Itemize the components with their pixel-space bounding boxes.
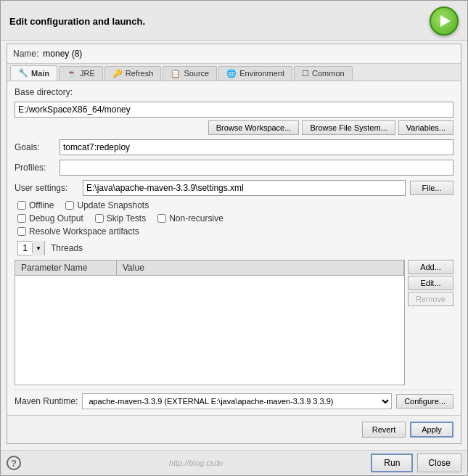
- table-body: [15, 276, 404, 385]
- base-directory-input[interactable]: [15, 102, 453, 118]
- base-directory-section: Base directory: Browse Workspace... Brow…: [15, 87, 453, 135]
- name-label: Name:: [13, 49, 38, 59]
- profiles-input[interactable]: [59, 160, 453, 176]
- top-bar: Edit configuration and launch.: [1, 1, 467, 41]
- content-area: Base directory: Browse Workspace... Brow…: [7, 81, 461, 415]
- table-header: Parameter Name Value: [15, 260, 404, 276]
- maven-runtime-label: Maven Runtime:: [15, 396, 78, 406]
- non-recursive-checkbox[interactable]: [157, 214, 166, 223]
- threads-label: Threads: [51, 243, 83, 253]
- skip-tests-checkbox-item[interactable]: Skip Tests: [95, 213, 146, 223]
- jre-tab-icon: ☕: [67, 69, 77, 78]
- revert-button[interactable]: Revert: [362, 422, 406, 438]
- file-button[interactable]: File...: [410, 181, 453, 195]
- checkbox-row-1: Offline Update Snapshots: [17, 200, 453, 210]
- col-value: Value: [117, 260, 404, 275]
- non-recursive-label: Non-recursive: [169, 213, 223, 223]
- threads-value: 1: [18, 243, 33, 253]
- common-tab-icon: ☐: [302, 69, 309, 78]
- table-side-buttons: Add... Edit... Remove: [408, 260, 453, 385]
- maven-runtime-row: Maven Runtime: apache-maven-3.3.9 (EXTER…: [15, 390, 453, 409]
- env-tab-icon: 🌐: [226, 69, 237, 78]
- non-recursive-checkbox-item[interactable]: Non-recursive: [157, 213, 223, 223]
- apply-button[interactable]: Apply: [410, 422, 453, 438]
- common-tab-label: Common: [312, 69, 345, 78]
- main-tab-icon: 🔧: [18, 68, 28, 78]
- checkbox-row-2: Debug Output Skip Tests Non-recursive: [17, 213, 453, 223]
- main-window: Edit configuration and launch. Name: mon…: [0, 0, 468, 476]
- update-snapshots-checkbox-item[interactable]: Update Snapshots: [65, 200, 149, 210]
- variables-button[interactable]: Variables...: [398, 120, 453, 135]
- edit-button[interactable]: Edit...: [408, 276, 453, 290]
- offline-checkbox[interactable]: [17, 201, 26, 210]
- main-tab-label: Main: [31, 69, 49, 78]
- col-parameter-name: Parameter Name: [15, 260, 117, 275]
- resolve-workspace-checkbox[interactable]: [17, 227, 26, 236]
- browse-buttons-row: Browse Workspace... Browse File System..…: [15, 120, 453, 135]
- debug-output-checkbox[interactable]: [17, 214, 26, 223]
- tab-source[interactable]: 📋 Source: [163, 66, 217, 81]
- run-circle-button[interactable]: [430, 7, 459, 36]
- tab-environment[interactable]: 🌐 Environment: [218, 66, 292, 81]
- source-tab-label: Source: [184, 69, 209, 78]
- resolve-workspace-checkbox-item[interactable]: Resolve Workspace artifacts: [17, 226, 139, 237]
- user-settings-label: User settings:: [15, 183, 78, 193]
- tab-main[interactable]: 🔧 Main: [10, 65, 57, 81]
- footer-bar: ? http://blog.csdn Run Close: [1, 450, 467, 475]
- source-tab-icon: 📋: [171, 69, 181, 78]
- close-button[interactable]: Close: [417, 454, 461, 472]
- page-title: Edit configuration and launch.: [9, 16, 145, 27]
- configure-button[interactable]: Configure...: [396, 394, 453, 409]
- threads-arrow[interactable]: ▼: [33, 241, 44, 255]
- bottom-buttons: Revert Apply: [7, 415, 461, 443]
- threads-spinner[interactable]: 1 ▼: [17, 241, 45, 255]
- table-area: Parameter Name Value Add... Edit... Remo…: [15, 260, 453, 385]
- browse-filesystem-button[interactable]: Browse File System...: [302, 120, 395, 135]
- tab-refresh[interactable]: 🔑 Refresh: [104, 66, 162, 81]
- remove-button[interactable]: Remove: [408, 292, 453, 306]
- env-tab-label: Environment: [239, 69, 284, 78]
- offline-checkbox-item[interactable]: Offline: [17, 200, 54, 210]
- refresh-tab-icon: 🔑: [112, 69, 123, 78]
- user-settings-row: User settings: File...: [15, 180, 453, 196]
- parameters-table: Parameter Name Value: [15, 260, 405, 385]
- resolve-workspace-label: Resolve Workspace artifacts: [29, 226, 139, 237]
- base-directory-input-row: [15, 102, 453, 118]
- goals-input[interactable]: [59, 139, 453, 155]
- refresh-tab-label: Refresh: [126, 69, 154, 78]
- run-button[interactable]: Run: [371, 454, 413, 472]
- name-row: Name: money (8): [7, 44, 461, 64]
- base-directory-label: Base directory:: [15, 87, 453, 97]
- dialog-box: Name: money (8) 🔧 Main ☕ JRE 🔑 Refresh 📋…: [7, 44, 461, 444]
- offline-label: Offline: [29, 200, 54, 210]
- goals-label: Goals:: [15, 142, 54, 152]
- checkbox-row-3: Resolve Workspace artifacts: [17, 226, 453, 237]
- profiles-label: Profiles:: [15, 163, 54, 173]
- update-snapshots-checkbox[interactable]: [65, 201, 74, 210]
- maven-runtime-select[interactable]: apache-maven-3.3.9 (EXTERNAL E:\java\apa…: [82, 393, 392, 409]
- jre-tab-label: JRE: [80, 69, 95, 78]
- skip-tests-checkbox[interactable]: [95, 214, 104, 223]
- name-value: money (8): [43, 49, 82, 59]
- tabs-bar: 🔧 Main ☕ JRE 🔑 Refresh 📋 Source 🌐 Enviro…: [7, 64, 461, 81]
- threads-row: 1 ▼ Threads: [17, 241, 453, 255]
- footer-watermark: http://blog.csdn: [169, 459, 223, 467]
- debug-output-label: Debug Output: [29, 213, 83, 223]
- footer-buttons: Run Close: [371, 454, 461, 472]
- add-button[interactable]: Add...: [408, 260, 453, 274]
- update-snapshots-label: Update Snapshots: [77, 200, 149, 210]
- browse-workspace-button[interactable]: Browse Workspace...: [208, 120, 300, 135]
- skip-tests-label: Skip Tests: [107, 213, 146, 223]
- tab-jre[interactable]: ☕ JRE: [59, 66, 103, 81]
- debug-output-checkbox-item[interactable]: Debug Output: [17, 213, 83, 223]
- profiles-row: Profiles:: [15, 160, 453, 176]
- user-settings-input[interactable]: [83, 180, 406, 196]
- help-icon[interactable]: ?: [7, 456, 21, 470]
- goals-row: Goals:: [15, 139, 453, 155]
- tab-common[interactable]: ☐ Common: [294, 66, 353, 81]
- checkboxes-section: Offline Update Snapshots Debug Output Sk…: [17, 200, 453, 237]
